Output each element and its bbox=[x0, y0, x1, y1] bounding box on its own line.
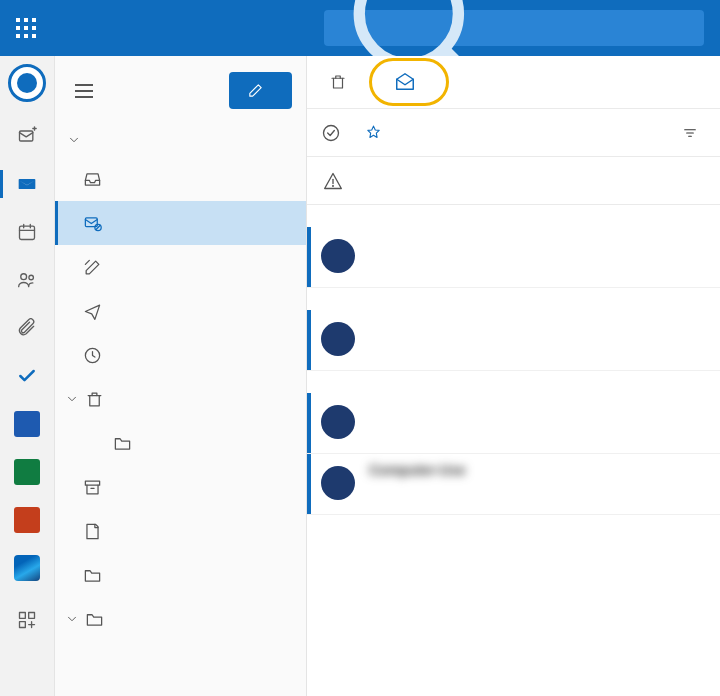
avatar bbox=[321, 239, 355, 273]
svg-point-9 bbox=[21, 274, 27, 280]
inbox-icon bbox=[83, 170, 102, 189]
folder-conversation-history[interactable] bbox=[55, 553, 306, 597]
trash-icon bbox=[329, 73, 347, 91]
folder-icon bbox=[85, 610, 104, 629]
hamburger-icon[interactable] bbox=[75, 84, 93, 98]
folder-pane bbox=[55, 56, 307, 696]
rail-todo[interactable] bbox=[0, 352, 54, 400]
mail-icon bbox=[17, 174, 37, 194]
avatar bbox=[321, 322, 355, 356]
grid-add-icon bbox=[17, 610, 37, 630]
message-item[interactable] bbox=[307, 227, 720, 288]
toolbar bbox=[307, 56, 720, 109]
select-all-icon[interactable] bbox=[321, 123, 341, 143]
folder-icon bbox=[113, 434, 132, 453]
message-item[interactable] bbox=[307, 393, 720, 454]
folder-junk-email[interactable] bbox=[55, 201, 306, 245]
folder-deleted-items[interactable] bbox=[55, 377, 306, 421]
compose-icon bbox=[247, 82, 264, 99]
avatar bbox=[321, 405, 355, 439]
mail-open-icon bbox=[394, 71, 416, 93]
group-header bbox=[307, 288, 720, 310]
svg-rect-12 bbox=[29, 613, 35, 619]
message-list-pane: Computer-Use bbox=[307, 56, 720, 696]
app-rail bbox=[0, 56, 55, 696]
outlook-logo-icon[interactable] bbox=[8, 64, 46, 102]
trash-icon bbox=[85, 390, 104, 409]
group-header bbox=[307, 371, 720, 393]
folder-drafts[interactable] bbox=[55, 245, 306, 289]
clock-icon bbox=[83, 346, 102, 365]
filter-icon bbox=[682, 125, 698, 141]
people-icon bbox=[17, 270, 37, 290]
folder-untitled[interactable] bbox=[55, 421, 306, 465]
group-header bbox=[307, 205, 720, 227]
empty-folder-button[interactable] bbox=[321, 67, 363, 97]
folder-graveyard[interactable] bbox=[55, 597, 306, 641]
titlebar bbox=[0, 0, 720, 56]
warning-icon bbox=[323, 171, 343, 191]
avatar bbox=[321, 466, 355, 500]
mark-all-as-read-button[interactable] bbox=[369, 58, 449, 106]
svg-rect-11 bbox=[20, 613, 26, 619]
svg-point-28 bbox=[333, 185, 334, 186]
drafts-icon bbox=[83, 258, 102, 277]
folders-header[interactable] bbox=[55, 123, 306, 157]
svg-line-19 bbox=[85, 260, 89, 264]
info-banner bbox=[307, 157, 720, 205]
note-icon bbox=[83, 522, 102, 541]
message-item[interactable] bbox=[307, 310, 720, 371]
archive-icon bbox=[83, 478, 102, 497]
paperclip-icon bbox=[17, 318, 37, 338]
folder-inbox[interactable] bbox=[55, 157, 306, 201]
checkmark-icon bbox=[17, 366, 37, 386]
onedrive-app-icon[interactable] bbox=[14, 555, 40, 581]
rail-more-apps[interactable] bbox=[0, 596, 54, 644]
undo-button[interactable] bbox=[459, 76, 475, 88]
search-input[interactable] bbox=[520, 19, 690, 37]
sent-icon bbox=[83, 302, 102, 321]
chevron-down-icon bbox=[65, 612, 79, 626]
filter-button[interactable] bbox=[682, 125, 706, 141]
folder-icon bbox=[83, 566, 102, 585]
chevron-down-icon bbox=[67, 133, 81, 147]
calendar-icon bbox=[17, 222, 37, 242]
svg-point-10 bbox=[29, 275, 34, 280]
svg-rect-5 bbox=[20, 226, 35, 239]
rail-people[interactable] bbox=[0, 256, 54, 304]
mail-new-icon bbox=[17, 126, 37, 146]
folder-sent-items[interactable] bbox=[55, 289, 306, 333]
folder-snoozed[interactable] bbox=[55, 333, 306, 377]
svg-rect-13 bbox=[20, 622, 26, 628]
svg-rect-2 bbox=[20, 131, 33, 141]
svg-rect-21 bbox=[85, 481, 99, 485]
chevron-down-icon bbox=[65, 392, 79, 406]
search-box[interactable] bbox=[324, 10, 704, 46]
rail-mail[interactable] bbox=[0, 160, 54, 208]
rail-mail-compose[interactable] bbox=[0, 112, 54, 160]
message-item[interactable]: Computer-Use bbox=[307, 454, 720, 515]
powerpoint-app-icon[interactable] bbox=[14, 507, 40, 533]
folder-notes[interactable] bbox=[55, 509, 306, 553]
app-launcher-icon[interactable] bbox=[16, 18, 36, 38]
rail-files[interactable] bbox=[0, 304, 54, 352]
list-header bbox=[307, 109, 720, 157]
word-app-icon[interactable] bbox=[14, 411, 40, 437]
new-message-button[interactable] bbox=[229, 72, 292, 109]
excel-app-icon[interactable] bbox=[14, 459, 40, 485]
junk-icon bbox=[83, 214, 102, 233]
rail-calendar[interactable] bbox=[0, 208, 54, 256]
folder-archive[interactable] bbox=[55, 465, 306, 509]
star-icon[interactable] bbox=[365, 124, 382, 141]
svg-point-23 bbox=[324, 125, 339, 140]
